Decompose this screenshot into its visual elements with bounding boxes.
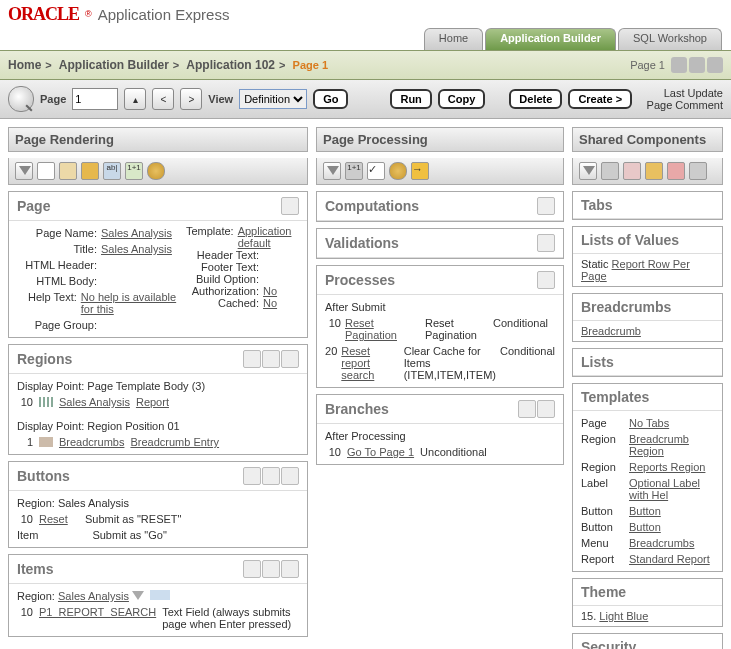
tab-application-builder[interactable]: Application Builder	[485, 28, 616, 50]
search-icon[interactable]	[8, 86, 34, 112]
copy-icon[interactable]	[262, 560, 280, 578]
action-icon[interactable]	[707, 57, 723, 73]
shared-icon-bar	[572, 158, 723, 185]
add-icon[interactable]	[537, 234, 555, 252]
list-icon[interactable]	[667, 162, 685, 180]
add-icon[interactable]	[537, 197, 555, 215]
bc-app[interactable]: Application 102	[186, 58, 275, 72]
items-region-link[interactable]: Sales Analysis	[58, 590, 129, 602]
copy-icon[interactable]	[262, 350, 280, 368]
add-icon[interactable]	[537, 271, 555, 289]
item-icon[interactable]: ab|	[103, 162, 121, 180]
process-icon[interactable]	[147, 162, 165, 180]
help-text-link[interactable]: No help is available for this	[81, 291, 179, 315]
edit-all-icon[interactable]	[243, 350, 261, 368]
region-link[interactable]: Sales Analysis	[59, 396, 130, 408]
template-link[interactable]: Breadcrumbs	[629, 537, 714, 549]
page-def-icon[interactable]	[37, 162, 55, 180]
view-select[interactable]: Definition	[239, 89, 307, 109]
collapse-icon[interactable]	[15, 162, 33, 180]
bc-home[interactable]: Home	[8, 58, 41, 72]
edit-all-icon[interactable]	[518, 400, 536, 418]
tab-sql-workshop[interactable]: SQL Workshop	[618, 28, 722, 50]
page-comment-link[interactable]: Page Comment	[647, 99, 723, 111]
cached-link[interactable]: No	[263, 297, 277, 309]
branch-icon[interactable]: →	[411, 162, 429, 180]
template-link[interactable]: Breadcrumb Region	[629, 433, 714, 457]
delete-button[interactable]: Delete	[509, 89, 562, 109]
region-link-2[interactable]: Breadcrumbs	[59, 436, 124, 448]
theme-icon[interactable]	[689, 162, 707, 180]
run-button[interactable]: Run	[390, 89, 431, 109]
breadcrumb-link[interactable]: Breadcrumb	[581, 325, 641, 337]
computation-icon[interactable]: 1+1	[345, 162, 363, 180]
page-name-link[interactable]: Sales Analysis	[101, 227, 172, 239]
prev-page-button[interactable]: <	[152, 88, 174, 110]
template-link[interactable]: Optional Label with Hel	[629, 477, 714, 501]
tabs-icon[interactable]	[601, 162, 619, 180]
branch-link[interactable]: Go To Page 1	[347, 446, 414, 458]
bc-app-builder[interactable]: Application Builder	[59, 58, 169, 72]
region-icon[interactable]	[59, 162, 77, 180]
theme-link[interactable]: Light Blue	[599, 610, 648, 622]
edit-all-icon[interactable]	[243, 560, 261, 578]
add-icon[interactable]	[281, 467, 299, 485]
tabs-title: Tabs	[581, 197, 714, 213]
collapse-icon[interactable]	[132, 591, 144, 600]
copy-icon[interactable]	[262, 467, 280, 485]
process-link-2[interactable]: Reset report search	[341, 345, 399, 381]
template-link[interactable]: Button	[629, 505, 714, 517]
go-button[interactable]: Go	[313, 89, 348, 109]
template-type: Region	[581, 461, 629, 473]
page-title-link[interactable]: Sales Analysis	[101, 243, 172, 255]
create-button[interactable]: Create >	[568, 89, 632, 109]
template-link[interactable]: Standard Report	[629, 553, 714, 565]
page-panel: Page Page Name:Sales Analysis Title:Sale…	[8, 191, 308, 338]
process-link-1[interactable]: Reset Pagination	[345, 317, 421, 341]
next-page-button[interactable]: >	[180, 88, 202, 110]
shared-components-header: Shared Components	[572, 127, 723, 152]
computations-panel: Computations	[316, 191, 564, 222]
computation-icon[interactable]: 1+1	[125, 162, 143, 180]
add-icon[interactable]	[281, 350, 299, 368]
template-link[interactable]: Application default	[238, 225, 299, 249]
breadcrumb-nav-icon[interactable]	[645, 162, 663, 180]
add-icon[interactable]	[537, 400, 555, 418]
template-link[interactable]: Reports Region	[629, 461, 714, 473]
breadcrumbs-panel: Breadcrumbs Breadcrumb	[572, 293, 723, 342]
collapse-icon[interactable]	[579, 162, 597, 180]
process-gear-icon[interactable]	[389, 162, 407, 180]
button-icon[interactable]	[81, 162, 99, 180]
region-type-link[interactable]: Report	[136, 396, 169, 408]
gear-icon[interactable]	[671, 57, 687, 73]
edit-all-icon[interactable]	[243, 467, 261, 485]
auth-link[interactable]: No	[263, 285, 277, 297]
last-update-link[interactable]: Last Update	[647, 87, 723, 99]
product-name: Application Express	[98, 6, 230, 23]
template-type: Page	[581, 417, 629, 429]
tab-home[interactable]: Home	[424, 28, 483, 50]
template-link[interactable]: Button	[629, 521, 714, 533]
page-rendering-header: Page Rendering	[8, 127, 308, 152]
validation-icon[interactable]: ✓	[367, 162, 385, 180]
lov-title: Lists of Values	[581, 232, 714, 248]
copy-button[interactable]: Copy	[438, 89, 486, 109]
edit-icon[interactable]	[281, 197, 299, 215]
templates-title: Templates	[581, 389, 714, 405]
page-input[interactable]	[72, 88, 118, 110]
lov-icon[interactable]	[623, 162, 641, 180]
breadcrumbs-title: Breadcrumbs	[581, 299, 714, 315]
template-link[interactable]: No Tabs	[629, 417, 714, 429]
add-icon[interactable]	[281, 560, 299, 578]
button-reset-link[interactable]: Reset	[39, 513, 79, 525]
page-icon[interactable]	[689, 57, 705, 73]
region-type-link-2[interactable]: Breadcrumb Entry	[130, 436, 219, 448]
item-link[interactable]: P1_REPORT_SEARCH	[39, 606, 156, 618]
reorder-icon[interactable]	[150, 590, 170, 600]
buttons-title: Buttons	[17, 468, 243, 484]
template-type: Menu	[581, 537, 629, 549]
lists-title: Lists	[581, 354, 714, 370]
page-popup-button[interactable]: ▴	[124, 88, 146, 110]
security-title: Security	[581, 639, 714, 649]
collapse-icon[interactable]	[323, 162, 341, 180]
